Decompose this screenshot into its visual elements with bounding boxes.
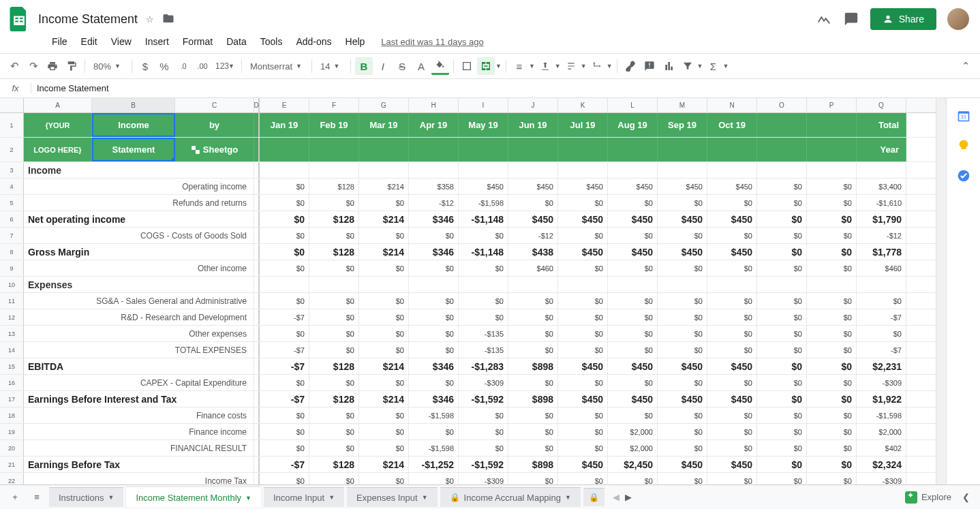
row-label[interactable]: Other expenses (24, 326, 254, 341)
row-label[interactable]: Income Tax (24, 473, 254, 484)
data-cell[interactable]: $0 (757, 424, 807, 439)
tab-menu-caret-icon[interactable]: ▼ (565, 494, 571, 501)
text-rotation-button[interactable] (588, 57, 606, 75)
data-cell[interactable]: $214 (359, 358, 409, 374)
data-cell[interactable]: $128 (309, 244, 359, 260)
data-cell[interactable]: $0 (658, 440, 707, 456)
data-cell[interactable]: $0 (260, 407, 309, 423)
data-cell[interactable]: $346 (409, 391, 459, 407)
data-cell[interactable]: $0 (707, 260, 757, 276)
data-cell[interactable]: $0 (757, 211, 807, 227)
data-cell[interactable] (359, 162, 409, 178)
data-cell[interactable]: $450 (608, 244, 658, 260)
data-cell[interactable]: $0 (757, 342, 807, 358)
data-cell[interactable]: -$135 (459, 326, 508, 341)
bold-button[interactable]: B (355, 57, 373, 75)
currency-button[interactable]: $ (136, 57, 154, 75)
data-cell[interactable]: $3,400 (857, 179, 906, 194)
data-cell[interactable]: $0 (409, 473, 459, 484)
data-cell[interactable] (508, 162, 558, 178)
insert-link-button[interactable] (622, 57, 639, 75)
data-cell[interactable]: $0 (359, 342, 409, 358)
data-cell[interactable]: $450 (707, 391, 757, 407)
col-header-Q[interactable]: Q (857, 98, 906, 112)
data-cell[interactable]: $2,231 (857, 358, 906, 374)
insert-comment-button[interactable] (641, 57, 658, 75)
data-cell[interactable]: -$12 (857, 228, 906, 243)
row-label[interactable]: Expenses (24, 277, 254, 292)
data-cell[interactable]: $0 (658, 293, 707, 309)
data-cell[interactable]: $0 (757, 473, 807, 484)
data-cell[interactable]: -$1,148 (459, 244, 508, 260)
data-cell[interactable]: $0 (807, 375, 857, 390)
data-cell[interactable]: -$309 (459, 473, 508, 484)
col-header-J[interactable]: J (508, 98, 558, 112)
data-cell[interactable]: $0 (558, 293, 608, 309)
increase-decimal-button[interactable]: .00 (194, 57, 211, 75)
data-cell[interactable]: $450 (558, 358, 608, 374)
data-cell[interactable]: $128 (309, 391, 359, 407)
column-headers[interactable]: ABCDEFGHIJKLMNOPQ (0, 98, 936, 113)
data-cell[interactable]: $0 (309, 440, 359, 456)
redo-button[interactable]: ↷ (25, 57, 42, 75)
row-header[interactable]: 3 (0, 162, 24, 178)
row-header[interactable]: 8 (0, 244, 24, 260)
data-cell[interactable]: $0 (558, 407, 608, 423)
last-edit-link[interactable]: Last edit was 11 days ago (381, 37, 483, 47)
row-header[interactable]: 22 (0, 473, 24, 484)
data-cell[interactable] (658, 162, 707, 178)
row-header[interactable]: 1 (0, 113, 24, 137)
data-cell[interactable]: $0 (807, 293, 857, 309)
data-cell[interactable]: $0 (459, 260, 508, 276)
data-cell[interactable] (558, 277, 608, 292)
more-formats-button[interactable]: 123▼ (213, 57, 237, 75)
data-cell[interactable]: $450 (658, 457, 707, 472)
data-cell[interactable]: $0 (807, 244, 857, 260)
data-cell[interactable]: $0 (807, 391, 857, 407)
data-cell[interactable]: $898 (508, 391, 558, 407)
row-header[interactable]: 9 (0, 260, 24, 276)
data-cell[interactable]: $0 (359, 326, 409, 341)
data-cell[interactable] (757, 162, 807, 178)
row-label[interactable]: Earnings Before Interest and Tax (24, 391, 254, 407)
data-cell[interactable] (608, 162, 658, 178)
spreadsheet-grid[interactable]: 1{YOURIncomebyJan 19Feb 19Mar 19Apr 19Ma… (0, 113, 936, 484)
data-cell[interactable]: $0 (558, 326, 608, 341)
data-cell[interactable]: $0 (558, 375, 608, 390)
sheet-tab[interactable]: Instructions▼ (49, 487, 123, 507)
all-sheets-button[interactable]: ≡ (27, 488, 46, 507)
tasks-icon[interactable] (957, 169, 970, 183)
data-cell[interactable]: $450 (658, 211, 707, 227)
data-cell[interactable]: $0 (409, 424, 459, 439)
data-cell[interactable]: $0 (807, 440, 857, 456)
data-cell[interactable] (309, 277, 359, 292)
data-cell[interactable]: $0 (608, 195, 658, 211)
data-cell[interactable]: $0 (757, 195, 807, 211)
data-cell[interactable] (757, 277, 807, 292)
data-cell[interactable] (608, 277, 658, 292)
data-cell[interactable]: $460 (857, 260, 906, 276)
functions-button[interactable]: Σ (704, 57, 722, 75)
row-header[interactable]: 17 (0, 391, 24, 407)
calendar-icon[interactable]: 31 (957, 109, 970, 123)
tab-locked-extra[interactable]: 🔒 (583, 488, 604, 506)
data-cell[interactable]: $0 (260, 244, 309, 260)
data-cell[interactable]: $0 (807, 407, 857, 423)
row-label[interactable]: Finance costs (24, 407, 254, 423)
merge-dropdown-icon[interactable]: ▼ (495, 63, 502, 70)
row-label[interactable]: TOTAL EXPENSES (24, 342, 254, 358)
data-cell[interactable]: $0 (807, 358, 857, 374)
data-cell[interactable]: $0 (707, 309, 757, 325)
data-cell[interactable] (857, 277, 906, 292)
data-cell[interactable]: $0 (707, 342, 757, 358)
data-cell[interactable]: $128 (309, 457, 359, 472)
menu-format[interactable]: Format (177, 33, 218, 50)
data-cell[interactable] (260, 277, 309, 292)
data-cell[interactable]: -$1,283 (459, 358, 508, 374)
data-cell[interactable]: $0 (707, 473, 757, 484)
data-cell[interactable]: $0 (558, 309, 608, 325)
data-cell[interactable]: $0 (857, 326, 906, 341)
row-header[interactable]: 21 (0, 457, 24, 472)
data-cell[interactable]: $0 (707, 424, 757, 439)
menu-addons[interactable]: Add-ons (290, 33, 337, 50)
